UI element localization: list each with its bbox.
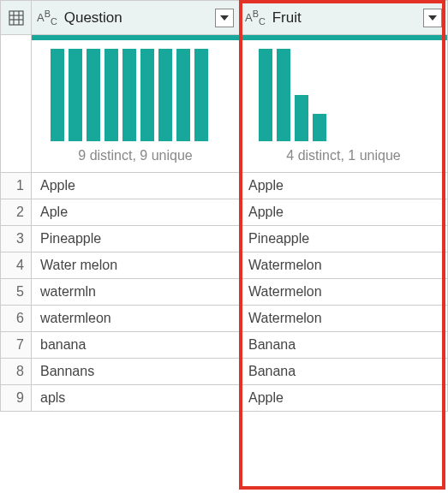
cell-fruit[interactable]: Apple <box>240 199 448 226</box>
profile-row: 9 distinct, 9 unique 4 distinct, 1 uniqu… <box>1 35 448 173</box>
distribution-bar <box>176 49 190 141</box>
header-row: ABC Question ABC Fruit <box>1 1 448 35</box>
svg-rect-0 <box>9 11 23 25</box>
table-row[interactable]: 4Water melonWatermelon <box>1 252 448 279</box>
table-icon <box>1 10 31 26</box>
table-body: 1AppleApple2ApleApple3PineapplePineapple… <box>1 173 448 412</box>
row-number: 8 <box>1 359 32 385</box>
distribution-bar <box>313 114 326 141</box>
profile-cell-fruit[interactable]: 4 distinct, 1 unique <box>240 35 448 173</box>
distribution-bar <box>69 49 82 141</box>
column-header-question[interactable]: ABC Question <box>32 1 240 35</box>
distribution-bar <box>122 49 136 141</box>
distribution-bar <box>158 49 172 141</box>
row-number: 4 <box>1 252 32 279</box>
row-number: 3 <box>1 226 32 252</box>
data-table: ABC Question ABC Fruit <box>0 0 448 412</box>
row-number: 1 <box>1 173 32 199</box>
table-row[interactable]: 6watermleonWatermelon <box>1 306 448 332</box>
cell-fruit[interactable]: Watermelon <box>240 279 448 306</box>
cell-question[interactable]: Aple <box>32 199 240 226</box>
profile-cell-question[interactable]: 9 distinct, 9 unique <box>32 35 240 173</box>
cell-question[interactable]: Apple <box>32 173 240 199</box>
table-row[interactable]: 9aplsApple <box>1 385 448 412</box>
cell-question[interactable]: watermln <box>32 279 240 306</box>
table-row[interactable]: 8BannansBanana <box>1 359 448 385</box>
row-number: 6 <box>1 306 32 332</box>
cell-question[interactable]: banana <box>32 332 240 359</box>
cell-fruit[interactable]: Pineapple <box>240 226 448 252</box>
row-number: 9 <box>1 385 32 412</box>
table-row[interactable]: 2ApleApple <box>1 199 448 226</box>
text-type-icon: ABC <box>37 9 57 27</box>
table-row[interactable]: 5watermlnWatermelon <box>1 279 448 306</box>
cell-question[interactable]: Bannans <box>32 359 240 385</box>
row-number: 2 <box>1 199 32 226</box>
cell-question[interactable]: apls <box>32 385 240 412</box>
table-container: ABC Question ABC Fruit <box>0 0 448 493</box>
column-name: Question <box>64 9 208 27</box>
distribution-bar <box>295 95 308 141</box>
table-row[interactable]: 3PineapplePineapple <box>1 226 448 252</box>
distribution-chart <box>240 40 447 145</box>
row-number: 7 <box>1 332 32 359</box>
cell-fruit[interactable]: Apple <box>240 173 448 199</box>
cell-question[interactable]: Water melon <box>32 252 240 279</box>
cell-fruit[interactable]: Banana <box>240 332 448 359</box>
column-stats: 4 distinct, 1 unique <box>240 145 447 172</box>
cell-question[interactable]: Pineapple <box>32 226 240 252</box>
text-type-icon: ABC <box>245 9 266 27</box>
column-stats: 9 distinct, 9 unique <box>32 145 239 172</box>
column-header-fruit[interactable]: ABC Fruit <box>240 1 448 35</box>
distribution-bar <box>259 49 272 141</box>
table-row[interactable]: 7bananaBanana <box>1 332 448 359</box>
column-filter-button[interactable] <box>215 9 234 27</box>
table-row[interactable]: 1AppleApple <box>1 173 448 199</box>
distribution-bar <box>140 49 154 141</box>
distribution-bar <box>87 49 100 141</box>
cell-fruit[interactable]: Watermelon <box>240 306 448 332</box>
distribution-bar <box>277 49 290 141</box>
corner-cell[interactable] <box>1 1 32 35</box>
cell-fruit[interactable]: Watermelon <box>240 252 448 279</box>
cell-fruit[interactable]: Banana <box>240 359 448 385</box>
chevron-down-icon <box>220 15 229 21</box>
distribution-chart <box>32 40 239 145</box>
column-filter-button[interactable] <box>423 9 442 27</box>
distribution-bar <box>105 49 118 141</box>
distribution-bar <box>51 49 64 141</box>
row-number: 5 <box>1 279 32 306</box>
distribution-bar <box>194 49 208 141</box>
chevron-down-icon <box>428 15 437 21</box>
profile-corner <box>1 35 32 173</box>
cell-question[interactable]: watermleon <box>32 306 240 332</box>
cell-fruit[interactable]: Apple <box>240 385 448 412</box>
column-name: Fruit <box>272 9 416 27</box>
